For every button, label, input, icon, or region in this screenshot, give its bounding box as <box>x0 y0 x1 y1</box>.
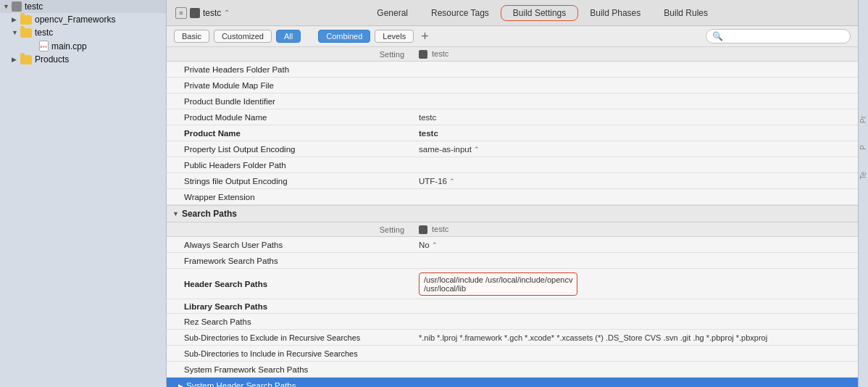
setting-value: testc <box>413 128 858 139</box>
table-row[interactable]: Sub-Directories to Exclude in Recursive … <box>167 330 858 346</box>
sidebar-item-main-cpp[interactable]: c++ main.cpp <box>0 39 166 53</box>
chevron-icon: ⌃ <box>224 9 230 17</box>
table-row[interactable]: Product Bundle Identifier <box>167 93 858 109</box>
setting-label: Header Search Paths <box>167 278 413 290</box>
section-expand-triangle: ▼ <box>172 210 179 217</box>
table-row[interactable]: Product Module Name testc <box>167 109 858 125</box>
table-row[interactable]: System Framework Search Paths <box>167 362 858 378</box>
sidebar-item-label: testc <box>35 28 53 38</box>
table-row[interactable]: Product Name testc <box>167 125 858 141</box>
stepper[interactable]: No ⌃ <box>419 241 852 249</box>
right-panel-label-3: Te <box>859 172 867 180</box>
search-input[interactable] <box>726 32 844 41</box>
sidebar-item-products[interactable]: ▶ Products <box>0 53 166 66</box>
table-row-selected[interactable]: ▶System Header Search Paths <box>167 378 858 387</box>
expand-triangle: ▼ <box>3 3 10 10</box>
settings-table: Setting testc Private Headers Folder Pat… <box>167 47 858 387</box>
table-row[interactable]: Public Headers Folder Path <box>167 157 858 173</box>
col-header-value-sub: testc <box>413 223 858 236</box>
sidebar-item-label: Products <box>35 54 69 64</box>
combined-btn[interactable]: Combined <box>318 30 370 43</box>
expand-triangle: ▶ <box>12 56 19 63</box>
setting-label: Private Module Map File <box>167 80 413 91</box>
column-header-row: Setting testc <box>167 47 858 62</box>
setting-label: Private Headers Folder Path <box>167 64 413 75</box>
setting-value <box>413 384 858 387</box>
section-header-search-paths[interactable]: ▼ Search Paths <box>167 205 858 222</box>
setting-label: Strings file Output Encoding <box>167 175 413 187</box>
setting-label: Framework Search Paths <box>167 255 413 267</box>
setting-value <box>413 320 858 323</box>
setting-label: Library Search Paths <box>167 301 413 312</box>
setting-label: System Framework Search Paths <box>167 364 413 375</box>
setting-value: *.nib *.lproj *.framework *.gch *.xcode*… <box>413 332 858 344</box>
header-search-paths-value[interactable]: /usr/local/include /usr/local/include/op… <box>419 272 577 296</box>
filter-basic[interactable]: Basic <box>174 30 209 43</box>
row-triangle: ▶ <box>178 383 183 388</box>
table-row[interactable]: Framework Search Paths <box>167 253 858 269</box>
setting-label: Product Bundle Identifier <box>167 96 413 107</box>
setting-value <box>413 164 858 167</box>
sidebar-item-opencv-frameworks[interactable]: ▶ opencv_Frameworks <box>0 13 166 26</box>
table-row[interactable]: Private Module Map File <box>167 78 858 93</box>
setting-value <box>413 84 858 87</box>
filter-all[interactable]: All <box>276 30 301 43</box>
setting-label: Sub-Directories to Exclude in Recursive … <box>167 332 413 344</box>
breadcrumb-icon: ≡ <box>175 7 187 19</box>
sidebar-item-label: opencv_Frameworks <box>35 14 115 25</box>
filter-customized[interactable]: Customized <box>214 30 272 43</box>
content-toolbar: Basic Customized All Combined Levels + 🔍 <box>167 26 858 47</box>
tab-resource-tags[interactable]: Resource Tags <box>420 6 501 20</box>
table-row[interactable]: Library Search Paths <box>167 299 858 314</box>
setting-label: ▶System Header Search Paths <box>167 380 413 388</box>
project-icon <box>12 1 22 12</box>
setting-value: No ⌃ <box>413 239 858 251</box>
table-row[interactable]: Strings file Output Encoding UTF-16 ⌃ <box>167 173 858 189</box>
tab-build-rules[interactable]: Build Rules <box>652 6 719 20</box>
levels-btn[interactable]: Levels <box>375 30 414 43</box>
tab-build-settings[interactable]: Build Settings <box>501 5 578 21</box>
setting-label: Product Module Name <box>167 112 413 123</box>
right-panel: Pr P Te <box>858 0 868 387</box>
setting-value <box>413 305 858 308</box>
table-row[interactable]: Header Search Paths /usr/local/include /… <box>167 269 858 299</box>
setting-label: Product Name <box>167 128 413 139</box>
setting-value: testc <box>413 112 858 123</box>
search-paths-col-header: Setting testc <box>167 222 858 237</box>
table-row[interactable]: Always Search User Paths No ⌃ <box>167 237 858 253</box>
col-header-setting-sub: Setting <box>167 224 413 236</box>
stepper[interactable]: UTF-16 ⌃ <box>419 177 852 186</box>
setting-value <box>413 368 858 371</box>
stepper[interactable]: same-as-input ⌃ <box>419 145 852 154</box>
setting-label: Property List Output Encoding <box>167 143 413 155</box>
table-row[interactable]: Sub-Directories to Include in Recursive … <box>167 346 858 362</box>
tab-general[interactable]: General <box>365 6 420 20</box>
add-setting-button[interactable]: + <box>418 30 432 43</box>
setting-value: same-as-input ⌃ <box>413 143 858 155</box>
project-selector[interactable]: ≡ testc ⌃ <box>175 7 230 19</box>
expand-triangle: ▼ <box>12 29 19 36</box>
col-header-value: testc <box>413 48 858 60</box>
table-row[interactable]: Wrapper Extension <box>167 189 858 205</box>
setting-value <box>413 352 858 355</box>
setting-value <box>413 259 858 262</box>
tab-build-phases[interactable]: Build Phases <box>578 6 652 20</box>
right-panel-label-2: P <box>859 145 867 150</box>
col-value-icon-sub <box>419 225 427 234</box>
project-icon-square <box>190 8 200 18</box>
sidebar-item-testc-group[interactable]: ▼ testc <box>0 26 166 39</box>
folder-icon <box>20 28 32 38</box>
main-content: ≡ testc ⌃ General Resource Tags Build Se… <box>167 0 858 387</box>
sidebar-item-label: main.cpp <box>51 41 87 51</box>
search-box[interactable]: 🔍 <box>706 29 851 43</box>
table-row[interactable]: Private Headers Folder Path <box>167 62 858 78</box>
folder-icon <box>20 55 32 64</box>
setting-label: Wrapper Extension <box>167 191 413 203</box>
setting-value: UTF-16 ⌃ <box>413 175 858 187</box>
sidebar-item-testc-root[interactable]: ▼ testc <box>0 0 166 13</box>
table-row[interactable]: Property List Output Encoding same-as-in… <box>167 141 858 157</box>
folder-icon <box>20 15 32 25</box>
col-value-icon <box>419 50 427 59</box>
table-row[interactable]: Rez Search Paths <box>167 314 858 330</box>
project-name: testc <box>203 8 221 18</box>
